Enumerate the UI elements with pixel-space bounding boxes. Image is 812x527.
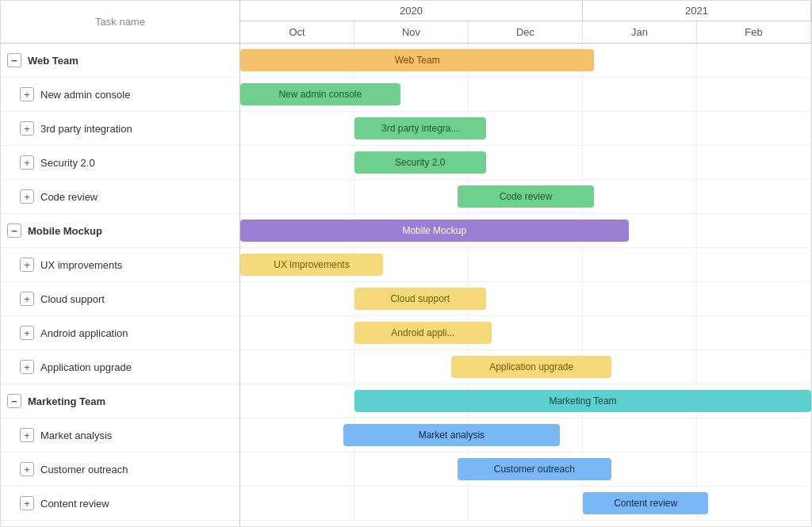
expand-button[interactable]: + [20,121,34,136]
month-nov: Nov [354,21,469,43]
child-task-name: Application upgrade [40,361,132,373]
expand-button[interactable]: − [7,223,21,238]
gantt-bar[interactable]: Customer outreach [458,458,611,480]
task-col-header: Task name [1,1,240,43]
child-chart-row: Application upgrade [240,350,811,384]
child-task-row: +New admin console [1,78,239,112]
group-chart-row: Marketing Team [240,384,811,418]
expand-button[interactable]: − [7,394,21,408]
gantt-header: Task name 2020 2021 Oct Nov Dec Jan Feb [1,1,811,44]
expand-button[interactable]: − [7,53,21,67]
child-task-row: +3rd party integration [1,112,239,146]
child-task-row: +Content review [1,487,239,521]
group-name: Marketing Team [28,395,105,407]
group-task-row: −Mobile Mockup [1,214,239,248]
month-dec: Dec [469,21,583,43]
child-task-name: UX improvements [40,259,122,271]
expand-button[interactable]: + [20,326,34,340]
child-task-name: Code review [40,191,98,203]
child-task-row: +Application upgrade [1,350,239,384]
gantt-bar[interactable]: UX improvements [240,254,383,276]
child-task-row: +Security 2.0 [1,146,239,180]
expand-button[interactable]: + [20,360,34,374]
child-task-name: Cloud support [40,293,105,305]
gantt-bar[interactable]: New admin console [240,83,400,105]
expand-button[interactable]: + [20,292,34,306]
child-task-name: Android application [40,327,128,339]
month-oct: Oct [240,21,354,43]
month-row: Oct Nov Dec Jan Feb [240,21,811,43]
expand-button[interactable]: + [20,462,34,476]
gantt-bar[interactable]: Market analysis [343,424,561,446]
year-row: 2020 2021 [240,1,811,21]
chart-rows: Web TeamNew admin console3rd party integ… [240,44,811,521]
timeline-header: 2020 2021 Oct Nov Dec Jan Feb [240,1,811,43]
child-chart-row: Market analysis [240,418,811,453]
child-task-name: Content review [40,498,109,510]
year-2021-label: 2021 [685,5,708,17]
chart-area: Web TeamNew admin console3rd party integ… [240,44,811,526]
gantt-bar[interactable]: Web Team [240,49,594,71]
gantt-bar[interactable]: Application upgrade [451,356,611,378]
child-task-row: +Android application [1,316,239,350]
expand-button[interactable]: + [20,496,34,510]
gantt-container: Task name 2020 2021 Oct Nov Dec Jan Feb … [0,0,812,527]
year-2020: 2020 [240,1,583,21]
child-task-name: Security 2.0 [40,157,95,169]
group-task-row: −Marketing Team [1,384,239,418]
gantt-bar[interactable]: Content review [583,492,708,514]
gantt-bar[interactable]: Code review [458,185,595,208]
child-task-name: New admin console [40,89,130,101]
expand-button[interactable]: + [20,258,34,272]
year-2021: 2021 [583,1,811,21]
group-task-row: −Web Team [1,44,239,78]
group-chart-row: Mobile Mockup [240,214,811,248]
child-chart-row: UX improvements [240,248,811,282]
child-chart-row: New admin console [240,78,811,112]
child-task-row: +UX improvements [1,248,239,282]
expand-button[interactable]: + [20,87,34,101]
child-chart-row: Android appli... [240,316,811,350]
child-chart-row: Cloud support [240,282,811,316]
child-chart-row: Customer outreach [240,453,811,487]
child-task-name: 3rd party integration [40,123,132,135]
child-task-name: Market analysis [40,430,112,441]
gantt-bar[interactable]: Mobile Mockup [240,220,629,242]
child-chart-row: Content review [240,487,811,521]
task-list: −Web Team+New admin console+3rd party in… [1,44,240,526]
gantt-bar[interactable]: Security 2.0 [354,151,486,174]
child-task-row: +Market analysis [1,418,239,453]
child-task-row: +Cloud support [1,282,239,316]
group-name: Web Team [28,55,79,67]
expand-button[interactable]: + [20,428,34,442]
year-2020-label: 2020 [400,5,423,17]
child-chart-row: Security 2.0 [240,146,811,180]
gantt-bar[interactable]: Android appli... [354,322,492,344]
child-task-name: Customer outreach [40,464,128,475]
expand-button[interactable]: + [20,155,34,170]
group-name: Mobile Mockup [28,225,102,237]
child-chart-row: Code review [240,180,811,214]
child-chart-row: 3rd party integra... [240,112,811,146]
gantt-bar[interactable]: 3rd party integra... [354,117,486,139]
gantt-bar[interactable]: Cloud support [354,288,486,310]
task-col-label: Task name [95,16,145,28]
child-task-row: +Customer outreach [1,453,239,487]
child-task-row: +Code review [1,180,239,214]
expand-button[interactable]: + [20,189,34,204]
group-chart-row: Web Team [240,44,811,78]
gantt-body: −Web Team+New admin console+3rd party in… [1,44,811,526]
month-jan: Jan [583,21,697,43]
month-feb: Feb [697,21,811,43]
gantt-bar[interactable]: Marketing Team [354,390,811,412]
